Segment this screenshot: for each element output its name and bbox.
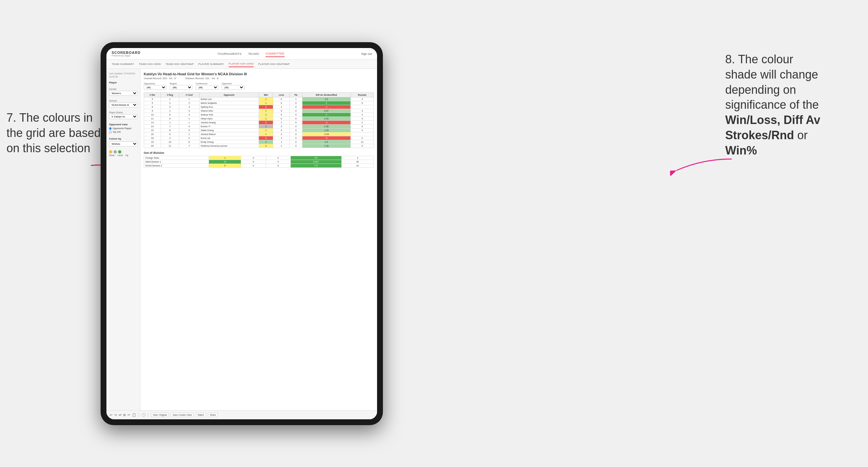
player-rank-section: Player (Rank) 8. Katelyn Vo [109, 111, 137, 119]
cell-rounds: 4 [351, 128, 374, 132]
cell-diff: -0.94 [302, 132, 351, 136]
cell-conf: 1 [179, 132, 199, 136]
annotation-right-line5: Win/Loss, Diff Av [725, 113, 820, 127]
opponents-filter-select[interactable]: (All) [144, 85, 166, 90]
app-header: SCOREBOARD Powered by clippd TOURNAMENTS… [106, 48, 377, 60]
legend-up-label: Up [126, 154, 128, 156]
table-row: 16 9 1 Jessica Mason 1 2 0 -0.94 [144, 132, 374, 136]
cell-reg: 9 [161, 132, 179, 136]
subnav-player-h2h-grid[interactable]: PLAYER H2H GRID [229, 61, 254, 67]
player-label: Player [109, 81, 137, 84]
region-filter-select[interactable]: (All) [170, 85, 192, 90]
cell-win: 2 [259, 113, 273, 117]
colour-by-select[interactable]: Win/loss [109, 142, 137, 146]
nav-teams[interactable]: TEAMS [248, 51, 259, 57]
cell-div: 16 [144, 132, 161, 136]
cell-reg: 1 [161, 121, 179, 125]
cell-tie: 0 [290, 117, 302, 121]
cell-opponent: Euna Lee [199, 136, 259, 140]
cell-loss: 1 [273, 121, 290, 125]
division-label: Division [109, 100, 137, 102]
nav-committee[interactable]: COMMITTEE [266, 51, 285, 57]
cell-conf: 4 [179, 109, 199, 113]
subnav-team-summary[interactable]: TEAM SUMMARY [112, 61, 134, 67]
subnav-player-h2h-heatmap[interactable]: PLAYER H2H HEATMAP [258, 61, 290, 67]
clock-icon[interactable]: 🕐 [142, 413, 145, 417]
radio-top100-input[interactable] [109, 131, 112, 133]
content-area: Katelyn Vo Head-to-Head Grid for Women's… [141, 69, 377, 419]
cell-diff: 1.25 [302, 128, 351, 132]
subnav-player-summary[interactable]: PLAYER SUMMARY [198, 61, 224, 67]
nav-tournaments[interactable]: TOURNAMENTS [217, 51, 242, 57]
conference-filter-select[interactable]: (All) [196, 85, 218, 90]
ood-cell-rounds: 2 [341, 156, 373, 160]
ood-cell-win: 1 [209, 156, 241, 160]
toolbar: ↩ ↪ ↫ ⧉ ✂ 📋 🕐 View: Original Save Custom… [106, 410, 377, 419]
cell-tie: 1 [290, 97, 302, 101]
division-select[interactable]: NCAA Division III [109, 102, 137, 107]
th-rounds: Rounds [351, 93, 374, 97]
legend-level-label: Level [118, 154, 123, 156]
cell-rounds: 4 [351, 97, 374, 101]
ood-cell-opponent: NCAA Division 2 [144, 164, 209, 168]
toolbar-sep-1 [138, 413, 139, 417]
cell-loss: 0 [273, 128, 290, 132]
watch-btn[interactable]: Watch [196, 413, 206, 417]
undo-icon[interactable]: ↩ [110, 413, 112, 417]
radio-opponents-played-label: Opponents Played [113, 127, 131, 129]
cell-diff: 3.33 [302, 117, 351, 121]
cell-conf: 1 [179, 97, 199, 101]
ood-cell-tie: 0 [266, 160, 290, 164]
table-row: 15 8 5 Stella Cheng 1 0 0 1.25 4 [144, 128, 374, 132]
radio-top100[interactable]: Top 100 [109, 131, 137, 133]
cell-loss: 2 [273, 132, 290, 136]
player-rank-select[interactable]: 8. Katelyn Vo [109, 114, 137, 119]
cell-div: 15 [144, 128, 161, 132]
ood-table-row: NCAA Division 2 5 0 0 7.4 10 [144, 164, 374, 168]
subnav-team-h2h-grid[interactable]: TEAM H2H GRID [139, 61, 161, 67]
view-original-btn[interactable]: View: Original [151, 413, 169, 417]
copy-icon[interactable]: ⧉ [123, 413, 126, 417]
cell-opponent: Jessica Huang [199, 121, 259, 125]
opponent-filter-group: Opponent (All) [222, 83, 244, 90]
cell-div: 9 [144, 109, 161, 113]
legend [109, 150, 137, 154]
cell-opponent: Federica Domecq Lacroze [199, 144, 259, 148]
filter-row: Opponents: (All) Region (All) Conference [144, 83, 374, 90]
save-custom-view-btn[interactable]: Save Custom View [171, 413, 194, 417]
conference-filter-group: Conference (All) [196, 83, 218, 90]
cell-win: 1 [259, 97, 273, 101]
annotation-right-line3: depending on [725, 83, 796, 96]
cell-diff: -5 [302, 136, 351, 140]
cell-tie: 0 [290, 101, 302, 105]
cell-reg: 2 [161, 136, 179, 140]
cut-icon[interactable]: ✂ [127, 413, 130, 417]
division-section: Division NCAA Division III [109, 100, 137, 107]
gender-select[interactable]: Women's [109, 91, 137, 96]
cell-loss: 1 [273, 140, 290, 144]
share-btn[interactable]: Share [208, 413, 218, 417]
legend-down-label: Down [109, 154, 115, 156]
cell-win: 2 [259, 144, 273, 148]
radio-group: Opponents Played Top 100 [109, 127, 137, 133]
paste-icon[interactable]: 📋 [132, 413, 136, 417]
sign-out[interactable]: Sign out [361, 52, 372, 56]
cell-opponent: Jessica Mason [199, 132, 259, 136]
radio-opponents-played[interactable]: Opponents Played [109, 127, 137, 130]
cell-div: 5 [144, 101, 161, 105]
table-row: 6 3 3 Sydney Kuo 0 1 0 -1 [144, 105, 374, 109]
cell-rounds: 3 [351, 109, 374, 113]
redo-icon[interactable]: ↪ [114, 413, 117, 417]
subnav-team-h2h-heatmap[interactable]: TEAM H2H HEATMAP [165, 61, 194, 67]
table-row: 20 11 7 Federica Domecq Lacroze 2 1 0 1.… [144, 144, 374, 148]
opponent-filter-select[interactable]: (All) [222, 85, 244, 90]
cell-tie: 0 [290, 121, 302, 125]
th-opponent: Opponent [199, 93, 259, 97]
cell-div: 19 [144, 140, 161, 144]
th-diff-av: Diff Av Strokes/Rnd [302, 93, 351, 97]
cell-opponent: Eunice Yi [199, 125, 259, 128]
radio-opponents-played-input[interactable] [109, 127, 112, 130]
annotation-right-line7: Win% [725, 144, 757, 157]
step-back-icon[interactable]: ↫ [119, 413, 121, 417]
cell-conf: 1 [179, 117, 199, 121]
